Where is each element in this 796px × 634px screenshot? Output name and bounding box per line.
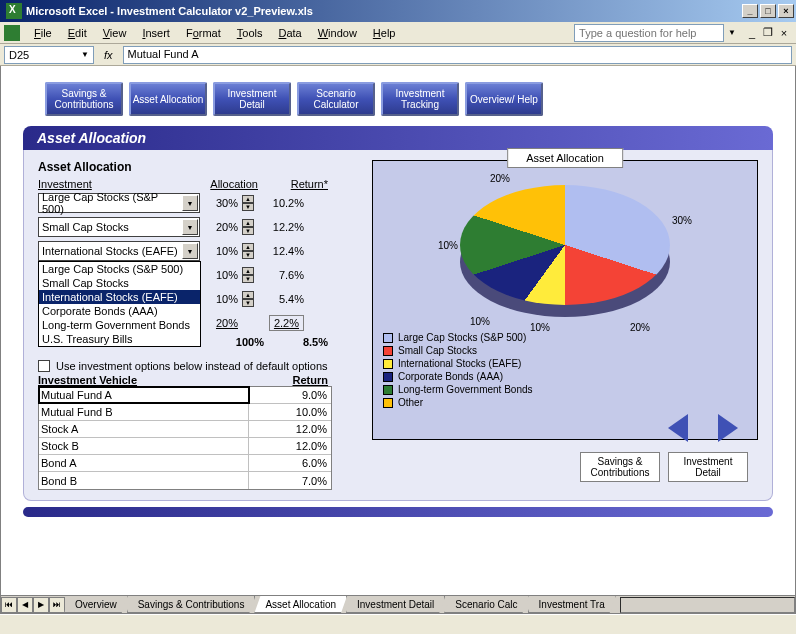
- table-row[interactable]: Mutual Fund B10.0%: [39, 404, 331, 421]
- name-box[interactable]: D25 ▼: [4, 46, 94, 64]
- sheet-tab-scenario-calc[interactable]: Scenario Calc: [444, 596, 528, 613]
- horizontal-scrollbar[interactable]: [620, 597, 795, 613]
- chart-legend: Large Cap Stocks (S&P 500) Small Cap Sto…: [383, 331, 747, 409]
- allocation-pct-link[interactable]: 20%: [200, 317, 242, 329]
- pie-label: 20%: [490, 173, 510, 184]
- menu-help[interactable]: Help: [365, 25, 404, 41]
- dropdown-icon[interactable]: ▼: [182, 219, 198, 235]
- tab-nav-first-icon[interactable]: ⏮: [1, 597, 17, 613]
- menu-file[interactable]: File: [26, 25, 60, 41]
- legend-label: Small Cap Stocks: [398, 344, 477, 357]
- nav-prev-label[interactable]: Savings & Contributions: [580, 452, 660, 482]
- nav-next-label[interactable]: Investment Detail: [668, 452, 748, 482]
- help-search-input[interactable]: [574, 24, 724, 42]
- allocation-pct: 30%: [200, 197, 242, 209]
- nav-investment-detail-button[interactable]: Investment Detail: [213, 82, 291, 116]
- tab-nav-last-icon[interactable]: ⏭: [49, 597, 65, 613]
- sheet-tab-savings[interactable]: Savings & Contributions: [127, 596, 256, 613]
- nav-investment-tracking-button[interactable]: Investment Tracking: [381, 82, 459, 116]
- legend-swatch: [383, 333, 393, 343]
- return-value: 10.2%: [254, 197, 310, 209]
- nav-next-arrow-icon[interactable]: [718, 414, 738, 442]
- allocation-spinner[interactable]: ▲▼: [242, 219, 254, 235]
- allocation-pct: 20%: [200, 221, 242, 233]
- allocation-row: Large Cap Stocks (S&P 500)▼ 30% ▲▼ 10.2%: [38, 192, 358, 214]
- dropdown-option[interactable]: Large Cap Stocks (S&P 500): [39, 262, 200, 276]
- maximize-button[interactable]: □: [760, 4, 776, 18]
- menu-tools[interactable]: Tools: [229, 25, 271, 41]
- table-row[interactable]: Bond B7.0%: [39, 472, 331, 489]
- pie-label: 20%: [630, 322, 650, 333]
- use-custom-checkbox-row: Use investment options below instead of …: [38, 360, 358, 372]
- nav-prev-arrow-icon[interactable]: [668, 414, 688, 442]
- return-value-link[interactable]: 2.2%: [254, 317, 310, 329]
- formula-input[interactable]: Mutual Fund A: [123, 46, 792, 64]
- workbook-restore-button[interactable]: ❐: [760, 26, 776, 40]
- legend-label: Long-term Government Bonds: [398, 383, 533, 396]
- dropdown-option-selected[interactable]: International Stocks (EAFE): [39, 290, 200, 304]
- menu-window[interactable]: Window: [310, 25, 365, 41]
- dropdown-option[interactable]: Small Cap Stocks: [39, 276, 200, 290]
- pie-chart: 30% 20% 10% 10% 10% 20% Large Cap Stocks…: [372, 160, 758, 440]
- legend-swatch: [383, 398, 393, 408]
- allocation-row: International Stocks (EAFE) ▼ Large Cap …: [38, 240, 358, 262]
- pie-label: 30%: [672, 215, 692, 226]
- table-row[interactable]: Mutual Fund A9.0%: [39, 387, 331, 404]
- menu-data[interactable]: Data: [270, 25, 309, 41]
- sheet-tab-asset-allocation[interactable]: Asset Allocation: [254, 596, 347, 613]
- allocation-pct: 10%: [200, 269, 242, 281]
- menu-insert[interactable]: Insert: [134, 25, 178, 41]
- status-bar: [0, 614, 796, 634]
- allocation-pct: 10%: [200, 293, 242, 305]
- sheet-tab-investment-detail[interactable]: Investment Detail: [346, 596, 445, 613]
- allocation-spinner[interactable]: ▲▼: [242, 195, 254, 211]
- tab-nav-prev-icon[interactable]: ◀: [17, 597, 33, 613]
- use-custom-checkbox[interactable]: [38, 360, 50, 372]
- dropdown-icon[interactable]: ▼: [182, 195, 198, 211]
- col-investment: Investment: [38, 178, 206, 190]
- table-row[interactable]: Stock A12.0%: [39, 421, 331, 438]
- investment-combo-2[interactable]: Small Cap Stocks▼: [38, 217, 200, 237]
- menu-view[interactable]: View: [95, 25, 135, 41]
- allocation-section-title: Asset Allocation: [38, 160, 358, 174]
- formula-bar: D25 ▼ fx Mutual Fund A: [0, 44, 796, 66]
- pie-label: 10%: [438, 240, 458, 251]
- dropdown-option[interactable]: Long-term Government Bonds: [39, 318, 200, 332]
- total-pct: 100%: [206, 336, 264, 348]
- nav-overview-help-button[interactable]: Overview/ Help: [465, 82, 543, 116]
- navigation-buttons: Savings & Contributions Asset Allocation…: [1, 66, 795, 122]
- allocation-spinner[interactable]: ▲▼: [242, 291, 254, 307]
- tab-nav-next-icon[interactable]: ▶: [33, 597, 49, 613]
- namebox-dropdown-icon[interactable]: ▼: [81, 50, 89, 59]
- help-dropdown-icon[interactable]: ▼: [724, 28, 740, 37]
- pie-label: 10%: [470, 316, 490, 327]
- sheet-tab-overview[interactable]: Overview: [64, 596, 128, 613]
- fx-icon[interactable]: fx: [98, 49, 119, 61]
- table-row[interactable]: Bond A6.0%: [39, 455, 331, 472]
- sheet-tab-investment-tracking[interactable]: Investment Tra: [528, 596, 616, 613]
- allocation-spinner[interactable]: ▲▼: [242, 243, 254, 259]
- nav-scenario-calculator-button[interactable]: Scenario Calculator: [297, 82, 375, 116]
- investment-combo-3[interactable]: International Stocks (EAFE) ▼ Large Cap …: [38, 241, 200, 261]
- allocation-pct: 10%: [200, 245, 242, 257]
- dropdown-option[interactable]: U.S. Treasury Bills: [39, 332, 200, 346]
- table-row[interactable]: Stock B12.0%: [39, 438, 331, 455]
- investment-combo-1[interactable]: Large Cap Stocks (S&P 500)▼: [38, 193, 200, 213]
- nav-asset-allocation-button[interactable]: Asset Allocation: [129, 82, 207, 116]
- workbook-close-button[interactable]: ×: [776, 26, 792, 40]
- window-title: Microsoft Excel - Investment Calculator …: [26, 5, 740, 17]
- allocation-spinner[interactable]: ▲▼: [242, 267, 254, 283]
- nav-savings-button[interactable]: Savings & Contributions: [45, 82, 123, 116]
- dropdown-option[interactable]: Corporate Bonds (AAA): [39, 304, 200, 318]
- workbook-minimize-button[interactable]: _: [744, 26, 760, 40]
- panel-title: Asset Allocation: [23, 126, 773, 150]
- close-button[interactable]: ×: [778, 4, 794, 18]
- menu-format[interactable]: Format: [178, 25, 229, 41]
- dropdown-list: Large Cap Stocks (S&P 500) Small Cap Sto…: [38, 261, 201, 347]
- minimize-button[interactable]: _: [742, 4, 758, 18]
- pie-label: 10%: [530, 322, 550, 333]
- asset-allocation-panel: Asset Allocation Asset Allocation Invest…: [23, 126, 773, 517]
- excel-icon: [6, 3, 22, 19]
- dropdown-icon[interactable]: ▼: [182, 243, 198, 259]
- menu-edit[interactable]: Edit: [60, 25, 95, 41]
